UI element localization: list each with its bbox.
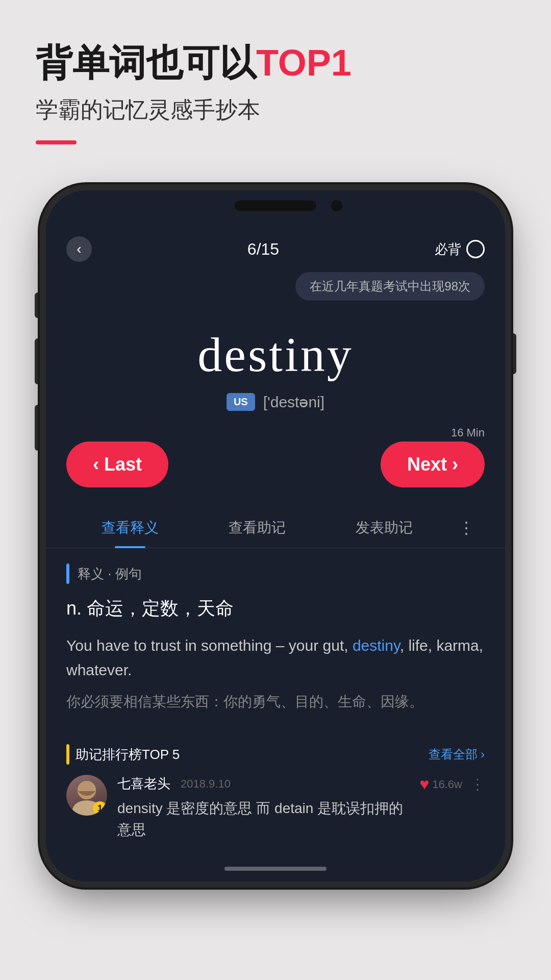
view-all-button[interactable]: 查看全部 ›: [429, 746, 485, 763]
definition-main: n. 命运，定数，天命: [66, 596, 485, 621]
rank-badge: 1: [93, 801, 107, 816]
phone-camera: [331, 200, 342, 211]
phone-home-bar: [46, 856, 505, 881]
card-actions: ♥ 16.6w ⋮: [419, 775, 485, 794]
progress-indicator: 6/15: [247, 240, 279, 259]
section-label: 释义 · 例句: [66, 564, 485, 584]
svg-point-2: [78, 781, 96, 799]
section-label-text: 释义 · 例句: [78, 565, 142, 583]
tab-mnemonic-label: 查看助记: [229, 520, 286, 535]
heart-icon: ♥: [419, 775, 429, 794]
tab-bar: 查看释义 查看助记 发表助记 ⋮: [46, 498, 505, 548]
phone-side-btn-mute: [35, 292, 42, 318]
nav-buttons-row: 16 Min ‹ Last Next ›: [46, 421, 505, 498]
phone-top-bar: [46, 190, 505, 221]
top-title: 背单词也可以TOP1: [36, 41, 515, 85]
word-section: destiny US ['destəni]: [46, 311, 505, 421]
tab-more-button[interactable]: ⋮: [448, 508, 485, 548]
mnemonic-header: 助记排行榜TOP 5 查看全部 ›: [66, 744, 485, 765]
view-all-label: 查看全部: [429, 746, 478, 763]
tab-definition-label: 查看释义: [102, 520, 159, 535]
mnemonic-section: 助记排行榜TOP 5 查看全部 ›: [46, 744, 505, 856]
tooltip-badge-row: 在近几年真题考试中出现98次: [66, 272, 485, 301]
user-avatar: 1: [66, 775, 107, 816]
phone-screen: ‹ 6/15 必背 在近几年真题考试中出现98次 destiny: [46, 221, 505, 856]
tab-post-mnemonic[interactable]: 发表助记: [321, 508, 448, 548]
user-card: 1 七喜老头 2018.9.10 density 是密度的意思 而 detain…: [66, 775, 485, 841]
screen-header: ‹ 6/15 必背: [46, 221, 505, 272]
next-button[interactable]: Next ›: [381, 442, 485, 487]
check-circle-icon: [466, 240, 485, 258]
top-subtitle: 学霸的记忆灵感手抄本: [36, 95, 515, 125]
last-button[interactable]: ‹ Last: [66, 442, 168, 487]
example-en-part1: You have to trust in something – your gu…: [66, 637, 353, 654]
back-icon: ‹: [77, 241, 81, 257]
username: 七喜老头: [117, 775, 170, 793]
phone-side-btn-vol-up: [35, 338, 42, 384]
like-count: 16.6w: [432, 778, 462, 791]
pronunciation-row: US ['destəni]: [66, 393, 485, 411]
exam-frequency-tooltip: 在近几年真题考试中出现98次: [295, 272, 485, 301]
phonetic-text: ['destəni]: [263, 393, 324, 411]
section-label-bar: [66, 564, 69, 584]
title-part1: 背单词也可以: [36, 42, 256, 83]
chevron-right-icon: ›: [481, 747, 485, 762]
like-button[interactable]: ♥ 16.6w: [419, 775, 462, 794]
main-word: destiny: [66, 326, 485, 383]
phone-container: ‹ 6/15 必背 在近几年真题考试中出现98次 destiny: [46, 190, 505, 881]
back-button[interactable]: ‹: [66, 236, 92, 262]
page-wrapper: 背单词也可以TOP1 学霸的记忆灵感手抄本 ‹ 6/1: [0, 0, 551, 980]
user-info: 七喜老头 2018.9.10 density 是密度的意思 而 detain 是…: [117, 775, 409, 841]
post-date: 2018.9.10: [181, 777, 231, 791]
top-banner: 背单词也可以TOP1 学霸的记忆灵感手抄本: [0, 0, 551, 190]
phone-side-btn-power: [509, 333, 516, 374]
title-highlight: TOP1: [256, 42, 352, 83]
tab-post-mnemonic-label: 发表助记: [356, 520, 413, 535]
user-meta: 七喜老头 2018.9.10: [117, 775, 409, 793]
example-chinese: 你必须要相信某些东西：你的勇气、目的、生命、因缘。: [66, 691, 485, 714]
must-memorize-toggle[interactable]: 必背: [435, 240, 485, 258]
phone-frame: ‹ 6/15 必背 在近几年真题考试中出现98次 destiny: [46, 190, 505, 881]
home-indicator: [224, 867, 327, 871]
example-en-word-highlight: destiny: [353, 637, 400, 654]
timer-label: 16 Min: [451, 426, 485, 439]
mnemonic-title: 助记排行榜TOP 5: [76, 746, 180, 764]
mnemonic-title-row: 助记排行榜TOP 5: [66, 744, 180, 765]
phone-speaker: [235, 201, 316, 211]
lang-badge[interactable]: US: [227, 393, 255, 411]
more-options-button[interactable]: ⋮: [470, 776, 485, 793]
tab-mnemonic[interactable]: 查看助记: [193, 508, 320, 548]
red-line-decoration: [36, 140, 77, 144]
mnemonic-content: density 是密度的意思 而 detain 是耽误扣押的意思: [117, 798, 409, 841]
must-memorize-label: 必背: [435, 240, 461, 258]
phone-side-btn-vol-down: [35, 405, 42, 451]
example-english: You have to trust in something – your gu…: [66, 633, 485, 682]
definition-section: 释义 · 例句 n. 命运，定数，天命 You have to trust in…: [46, 548, 505, 744]
yellow-bar-decoration: [66, 744, 69, 765]
tab-definition[interactable]: 查看释义: [66, 508, 193, 548]
